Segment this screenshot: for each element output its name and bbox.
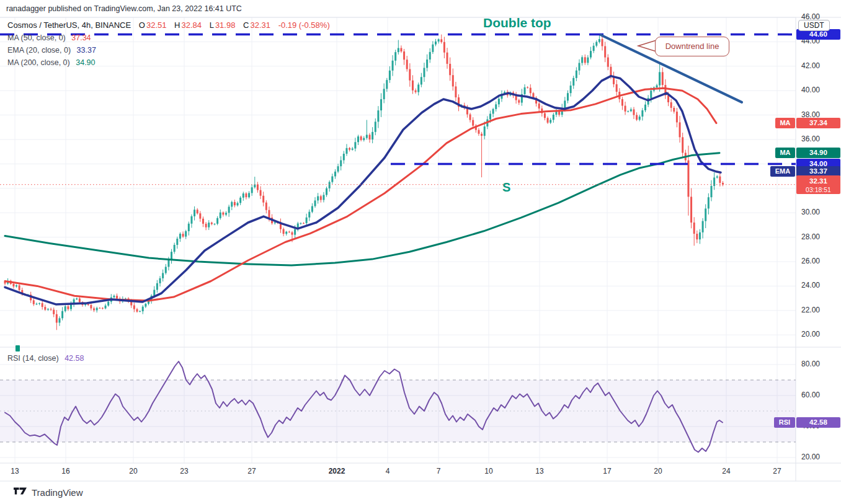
candle-body — [174, 245, 176, 252]
candle-body — [472, 120, 474, 126]
candle-body — [205, 224, 207, 228]
candle-body — [489, 114, 491, 120]
candle-body — [360, 136, 362, 140]
candle-body — [337, 166, 339, 172]
candle-body — [417, 84, 419, 92]
candle-body — [455, 86, 456, 97]
candle-body — [432, 45, 434, 52]
symbol-name[interactable]: Cosmos / TetherUS, 4h, BINANCE — [7, 20, 131, 30]
candle-body — [481, 134, 483, 136]
candle-body — [99, 308, 100, 309]
candle-body — [42, 303, 43, 307]
candle-body — [197, 210, 198, 213]
ema20-value: 33.37 — [77, 46, 96, 55]
candle-body — [260, 190, 262, 196]
candle-body — [50, 309, 52, 310]
candle-body — [171, 252, 172, 259]
candle-body — [294, 229, 296, 235]
candle-body — [469, 114, 471, 120]
candle-body — [544, 113, 546, 118]
indicator-row-ma50[interactable]: MA (50, close, 0) 37.34 — [7, 33, 330, 42]
indicator-row-ema20[interactable]: EMA (20, close, 0) 33.37 — [7, 46, 330, 55]
candle-body — [136, 309, 138, 312]
candle-body — [392, 61, 394, 71]
indicator-row-ma200[interactable]: MA (200, close, 0) 34.90 — [7, 58, 330, 67]
candle-body — [449, 64, 451, 75]
candle-body — [231, 202, 233, 207]
price-scale[interactable] — [796, 17, 841, 480]
candle-body — [447, 53, 448, 64]
support-s-annotation[interactable]: S — [502, 180, 510, 195]
candle-body — [248, 193, 250, 197]
double-top-annotation[interactable]: Double top — [483, 15, 551, 30]
candle-body — [190, 216, 192, 224]
candle-body — [145, 304, 146, 307]
time-scale[interactable] — [0, 463, 796, 481]
candle-body — [435, 42, 437, 45]
candle-body — [644, 105, 646, 110]
candle-body — [185, 231, 187, 237]
candle-body — [495, 104, 497, 109]
symbol-title-row[interactable]: Cosmos / TetherUS, 4h, BINANCE O32.51 H3… — [7, 20, 330, 30]
candle-body — [291, 232, 293, 235]
ma200-line — [5, 153, 719, 265]
candle-body — [12, 284, 14, 286]
candle-body — [345, 148, 347, 154]
candle-body — [329, 182, 331, 188]
candle-body — [398, 48, 399, 52]
rsi-value: 42.58 — [65, 354, 84, 363]
candle-body — [237, 203, 239, 205]
candle-body — [320, 196, 322, 200]
candle-body — [352, 149, 354, 150]
candle-body — [306, 218, 308, 223]
symbol-legend[interactable]: Cosmos / TetherUS, 4h, BINANCE O32.51 H3… — [7, 20, 330, 67]
candle-body — [524, 87, 526, 94]
candle-body — [300, 223, 301, 224]
tradingview-footer[interactable]: TradingView — [14, 486, 83, 498]
candle-body — [710, 186, 712, 197]
candle-body — [349, 148, 350, 150]
candle-body — [179, 234, 181, 239]
candle-body — [630, 109, 632, 111]
indicator-row-rsi[interactable]: RSI (14, close) 42.58 — [7, 354, 84, 363]
candle-body — [400, 48, 402, 51]
candle-body — [639, 117, 641, 120]
candle-body — [670, 102, 672, 108]
candle-body — [254, 185, 256, 188]
candle-body — [47, 309, 49, 310]
candle-body — [372, 132, 373, 139]
candle-body — [426, 60, 428, 68]
candle-body — [363, 138, 365, 140]
candle-body — [274, 223, 276, 223]
candle-body — [188, 224, 190, 231]
candle-body — [343, 154, 345, 161]
candle-body — [340, 160, 342, 166]
candle-body — [228, 206, 230, 213]
downtrend-line-callout[interactable]: Downtrend line — [655, 37, 729, 56]
candle-body — [415, 91, 417, 92]
chart-canvas[interactable] — [0, 0, 841, 484]
rsi-pane-icon[interactable] — [16, 345, 20, 351]
candle-body — [607, 58, 609, 67]
candle-body — [572, 78, 574, 86]
candle-body — [268, 210, 270, 218]
candle-body — [116, 296, 118, 299]
candle-body — [587, 58, 589, 63]
candle-body — [331, 176, 333, 182]
tradingview-brand-text: TradingView — [32, 487, 83, 498]
candle-body — [56, 314, 58, 323]
candle-body — [593, 46, 595, 51]
candle-body — [383, 89, 385, 99]
candle-body — [409, 69, 411, 81]
candle-body — [208, 223, 210, 228]
candle-body — [35, 304, 37, 304]
ema20-line — [5, 76, 721, 304]
candle-body — [216, 218, 218, 224]
candle-body — [527, 87, 528, 88]
candle-body — [690, 197, 692, 223]
ohlc-change: -0.19 (-0.58%) — [278, 20, 330, 30]
candle-body — [323, 195, 324, 200]
candle-body — [303, 223, 305, 224]
candle-body — [412, 81, 414, 91]
candle-body — [386, 80, 388, 89]
